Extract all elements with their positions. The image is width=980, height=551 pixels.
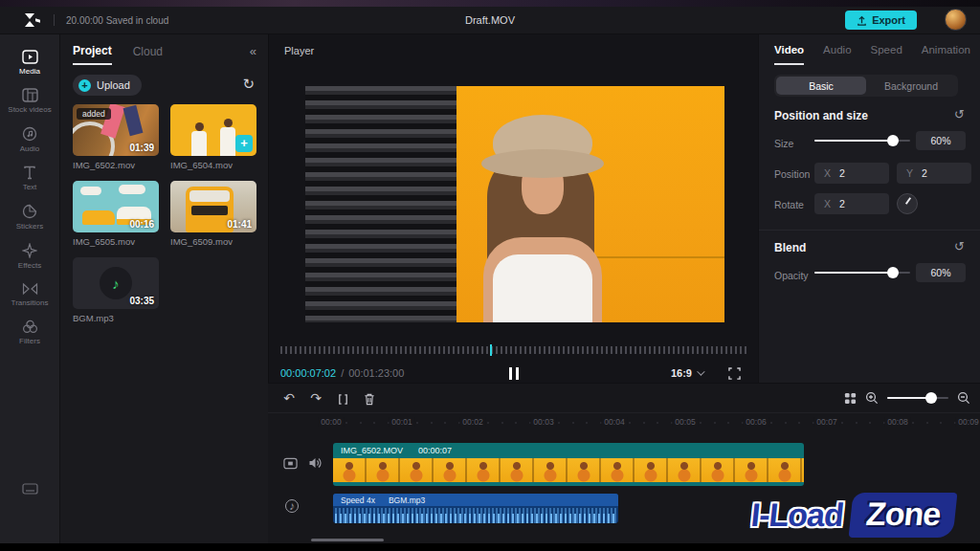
tab-speed[interactable]: Speed: [871, 44, 902, 65]
watermark-part1: I-Load: [749, 496, 845, 534]
i-load-zone-watermark: I-Load Zone: [748, 493, 957, 538]
media-item-img6502[interactable]: added 01:39: [73, 104, 159, 156]
zoom-out-icon[interactable]: [957, 391, 970, 405]
media-item-bgm[interactable]: ♪ 03:35: [73, 257, 159, 309]
refresh-icon[interactable]: ↻: [242, 75, 255, 94]
timeline-zoom-controls: [844, 391, 970, 405]
current-timecode: 00:00:07:02: [280, 367, 336, 379]
ruler-tick: 00:09: [955, 417, 980, 427]
tab-audio[interactable]: Audio: [823, 44, 851, 65]
user-avatar[interactable]: [945, 9, 967, 31]
export-label: Export: [872, 14, 905, 26]
sidebar-item-stickers[interactable]: Stickers: [3, 204, 56, 231]
duration-label: 03:35: [129, 296, 154, 306]
reset-position-icon[interactable]: ↺: [954, 107, 965, 121]
player-title: Player: [284, 45, 314, 56]
bottom-letterbox: [0, 543, 980, 551]
added-badge: added: [77, 108, 111, 120]
reset-blend-icon[interactable]: ↺: [954, 239, 965, 253]
subtab-basic[interactable]: Basic: [776, 77, 866, 95]
undo-icon[interactable]: ↶: [276, 390, 302, 406]
video-clip-name: IMG_6502.MOV: [341, 446, 403, 455]
timeline-horizontal-scrollbar[interactable]: [311, 539, 384, 541]
shortcuts-keyboard-icon[interactable]: [22, 483, 38, 495]
rotate-dial[interactable]: [897, 193, 918, 214]
sidebar-item-audio[interactable]: Audio: [3, 126, 56, 153]
transitions-icon: [22, 282, 38, 296]
delete-icon[interactable]: [356, 390, 383, 406]
zoom-in-icon[interactable]: [865, 391, 879, 405]
upload-label: Upload: [97, 79, 130, 91]
upload-button[interactable]: + Upload: [73, 75, 142, 96]
export-button[interactable]: Export: [845, 11, 917, 30]
sidebar-item-transitions[interactable]: Transitions: [3, 282, 56, 307]
position-x-field[interactable]: X 2: [814, 163, 889, 184]
split-icon[interactable]: [329, 390, 356, 406]
video-preview[interactable]: [305, 86, 724, 322]
sidebar-item-stock-videos[interactable]: Stock videos: [3, 88, 56, 114]
watermark-part2: Zone: [848, 493, 957, 538]
position-size-title: Position and size: [774, 109, 868, 122]
position-y-key: Y: [906, 167, 913, 179]
size-slider-knob[interactable]: [887, 135, 899, 146]
opacity-value[interactable]: 60%: [916, 263, 966, 282]
tab-project[interactable]: Project: [73, 44, 112, 65]
text-icon: [22, 165, 37, 180]
media-item-img6504[interactable]: +: [170, 104, 256, 156]
video-clip-filmstrip: [333, 458, 804, 482]
effects-icon: [22, 243, 37, 258]
position-x-value: 2: [839, 167, 845, 179]
topbar-divider: [54, 14, 55, 26]
preview-blinds: [305, 86, 457, 322]
position-y-field[interactable]: Y 2: [897, 163, 971, 184]
ruler-tick: 00:07: [813, 417, 839, 427]
audio-clip[interactable]: Speed 4x BGM.mp3: [333, 494, 618, 523]
ruler-tick: 00:00: [318, 417, 344, 427]
sidebar-item-filters[interactable]: Filters: [3, 320, 56, 345]
audio-track-icon[interactable]: ♪: [285, 499, 299, 513]
opacity-label: Opacity: [774, 270, 809, 281]
timecode-separator: /: [341, 367, 344, 379]
magnetic-snap-icon[interactable]: [844, 392, 857, 405]
pause-button[interactable]: [509, 367, 519, 380]
upload-plus-icon: +: [78, 79, 91, 92]
media-item-img6505[interactable]: 00:16: [73, 181, 159, 232]
playhead-tick[interactable]: [490, 344, 492, 356]
size-value[interactable]: 60%: [916, 131, 966, 150]
sidebar-item-media[interactable]: Media: [3, 50, 56, 76]
fullscreen-icon[interactable]: [728, 367, 741, 380]
tab-cloud[interactable]: Cloud: [133, 45, 163, 64]
collapse-panel-icon[interactable]: «: [250, 44, 256, 58]
player-scrubber[interactable]: [280, 346, 746, 354]
blend-title: Blend: [774, 241, 806, 254]
tab-animation[interactable]: Animation: [922, 44, 970, 65]
tab-video[interactable]: Video: [774, 44, 804, 65]
section-divider: [759, 230, 980, 231]
track-cover-toggle-icon[interactable]: [283, 457, 298, 470]
video-clip[interactable]: IMG_6502.MOV 00:00:07: [333, 443, 804, 486]
stickers-icon: [22, 204, 37, 219]
media-item-name: IMG_6509.mov: [170, 236, 266, 247]
redo-icon[interactable]: ↷: [302, 390, 329, 406]
track-mute-speaker-icon[interactable]: [308, 456, 323, 470]
position-label: Position: [774, 168, 810, 180]
rotate-x-field[interactable]: X 2: [814, 193, 889, 214]
ruler-tick: 00:01: [389, 417, 414, 427]
timeline-zoom-knob[interactable]: [925, 392, 937, 404]
size-slider[interactable]: [814, 135, 910, 146]
sidebar-item-effects[interactable]: Effects: [3, 243, 56, 270]
aspect-ratio-selector[interactable]: 16:9: [671, 367, 702, 379]
sidebar-item-text[interactable]: Text: [3, 165, 56, 191]
subtab-background[interactable]: Background: [866, 77, 956, 95]
timeline-zoom-slider[interactable]: [887, 392, 948, 404]
timeline-ruler[interactable]: 00:00 00:01 00:02 00:03 00:04 00:05 00:0…: [268, 413, 980, 432]
player-panel: Player 00:00:07:02 / 00:01:23:00 16:9: [268, 34, 758, 383]
add-to-timeline-button[interactable]: +: [235, 135, 253, 152]
ruler-tick: 00:05: [672, 417, 698, 427]
basic-background-toggle: Basic Background: [774, 75, 958, 97]
opacity-slider[interactable]: [814, 267, 910, 278]
opacity-slider-knob[interactable]: [887, 267, 899, 278]
media-item-name: BGM.mp3: [73, 313, 168, 323]
audio-clip-header: Speed 4x BGM.mp3: [333, 494, 618, 506]
media-item-img6509[interactable]: 01:41: [170, 181, 256, 232]
